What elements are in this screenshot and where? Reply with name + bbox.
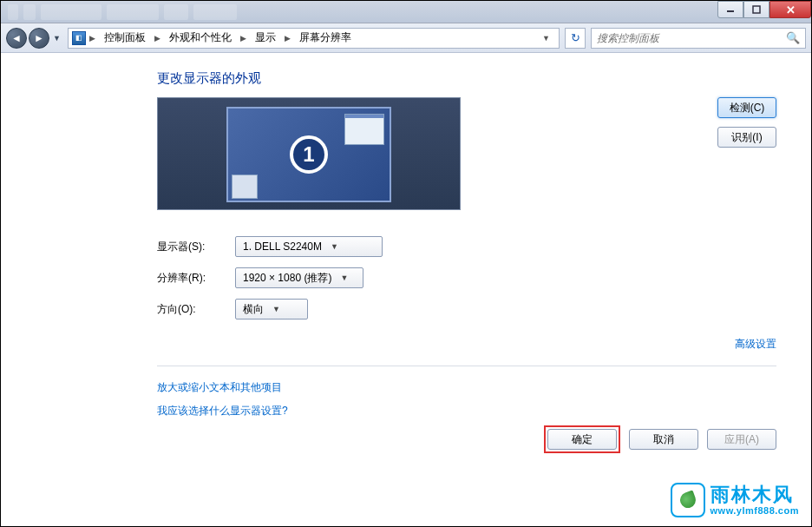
chevron-down-icon: ▼ — [331, 242, 338, 251]
forward-button[interactable]: ► — [29, 28, 49, 49]
preview-window-icon — [344, 114, 384, 145]
ok-button[interactable]: 确定 — [547, 429, 617, 450]
history-dropdown[interactable]: ▼ — [51, 34, 62, 43]
titlebar-blur — [1, 1, 717, 23]
display-value: 1. DELL S2240M — [243, 240, 322, 253]
page-title: 更改显示器的外观 — [157, 70, 776, 87]
ok-button-highlight: 确定 — [544, 425, 620, 453]
breadcrumb-page[interactable]: 屏幕分辨率 — [294, 30, 357, 45]
monitor-thumbnail[interactable]: 1 — [226, 107, 391, 202]
chevron-down-icon: ▼ — [340, 273, 348, 282]
resolution-select[interactable]: 1920 × 1080 (推荐) ▼ — [235, 267, 363, 288]
advanced-settings-link[interactable]: 高级设置 — [735, 338, 776, 350]
chevron-down-icon: ▼ — [272, 305, 280, 313]
watermark-text: 雨林木风 — [710, 484, 799, 505]
display-select[interactable]: 1. DELL S2240M ▼ — [235, 236, 383, 257]
window-titlebar: ✕ — [1, 1, 811, 23]
dialog-buttons: 确定 取消 应用(A) — [544, 425, 776, 453]
cancel-button[interactable]: 取消 — [629, 429, 698, 450]
address-dropdown[interactable]: ▼ — [537, 34, 555, 43]
refresh-button[interactable]: ↻ — [565, 28, 586, 49]
address-bar: ◄ ► ▼ ◧ ▶ 控制面板 ▶ 外观和个性化 ▶ 显示 ▶ 屏幕分辨率 ▼ ↻… — [1, 23, 811, 53]
monitor-number-badge: 1 — [290, 135, 328, 174]
identify-button[interactable]: 识别(I) — [717, 127, 776, 148]
watermark-url: www.ylmf888.com — [710, 505, 799, 516]
svg-rect-1 — [753, 6, 760, 13]
minimize-button[interactable] — [717, 1, 743, 18]
control-panel-icon: ◧ — [72, 31, 86, 45]
close-button[interactable]: ✕ — [769, 1, 811, 18]
content-area: 更改显示器的外观 1 检测(C) 识别(I) 显示器(S): 1. DELL S… — [1, 53, 811, 526]
chevron-right-icon[interactable]: ▶ — [88, 34, 97, 43]
chevron-right-icon[interactable]: ▶ — [239, 34, 248, 43]
search-box[interactable]: 🔍 — [591, 28, 806, 49]
maximize-button[interactable] — [743, 1, 769, 18]
chevron-right-icon[interactable]: ▶ — [153, 34, 162, 43]
orientation-label: 方向(O): — [157, 302, 235, 317]
breadcrumb-bar[interactable]: ◧ ▶ 控制面板 ▶ 外观和个性化 ▶ 显示 ▶ 屏幕分辨率 ▼ — [68, 28, 560, 49]
display-preview-panel[interactable]: 1 — [157, 97, 461, 210]
chevron-right-icon[interactable]: ▶ — [283, 34, 292, 43]
resolution-label: 分辨率(R): — [157, 271, 235, 286]
orientation-select[interactable]: 横向 ▼ — [235, 299, 308, 319]
text-size-link[interactable]: 放大或缩小文本和其他项目 — [157, 380, 776, 395]
detect-button[interactable]: 检测(C) — [717, 97, 776, 118]
back-button[interactable]: ◄ — [6, 28, 27, 49]
resolution-value: 1920 × 1080 (推荐) — [243, 271, 331, 286]
divider — [157, 366, 776, 366]
watermark: 雨林木风 www.ylmf888.com — [671, 483, 799, 517]
display-label: 显示器(S): — [157, 240, 235, 254]
breadcrumb-sub[interactable]: 显示 — [250, 30, 281, 45]
search-icon[interactable]: 🔍 — [786, 31, 800, 44]
watermark-logo-icon — [671, 483, 705, 517]
apply-button: 应用(A) — [707, 429, 776, 450]
breadcrumb-root[interactable]: 控制面板 — [99, 30, 151, 45]
orientation-value: 横向 — [243, 302, 264, 317]
breadcrumb-category[interactable]: 外观和个性化 — [164, 30, 237, 45]
help-link[interactable]: 我应该选择什么显示器设置? — [157, 404, 776, 418]
search-input[interactable] — [597, 32, 786, 44]
preview-taskbar-icon — [232, 175, 258, 199]
